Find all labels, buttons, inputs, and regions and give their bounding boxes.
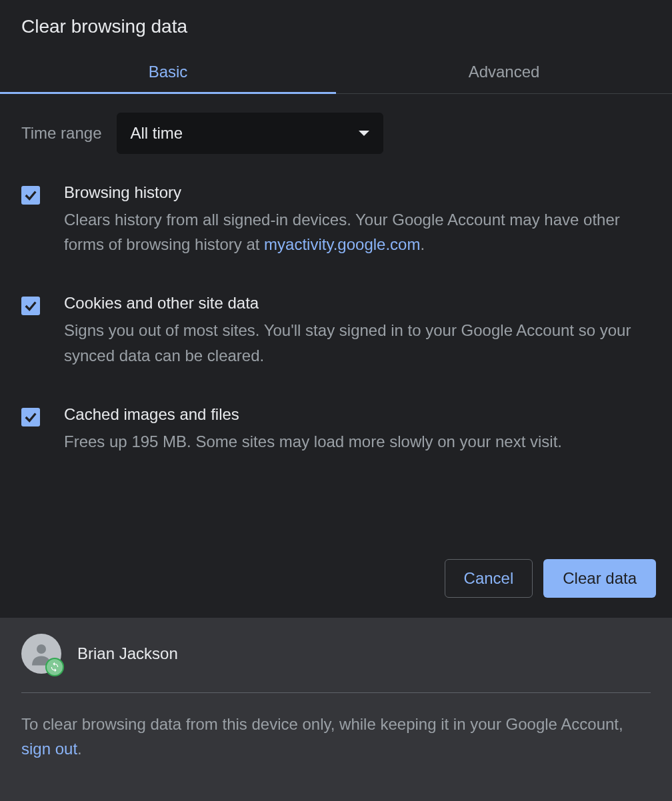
check-icon [23,299,38,313]
option-text: Browsing history Clears history from all… [64,183,651,257]
checkbox-cookies[interactable] [21,297,40,315]
time-range-label: Time range [21,124,102,143]
checkbox-browsing-history[interactable] [21,186,40,205]
check-icon [23,188,38,203]
tab-advanced[interactable]: Advanced [336,51,672,93]
sync-icon [49,662,60,672]
button-row: Cancel Clear data [0,559,672,618]
option-desc-history: Clears history from all signed-in device… [64,207,651,257]
option-title-cookies: Cookies and other site data [64,294,651,313]
sign-out-link[interactable]: sign out [21,740,77,758]
footer-text: To clear browsing data from this device … [21,712,651,761]
chevron-down-icon [359,131,369,136]
option-cookies: Cookies and other site data Signs you ou… [21,294,651,367]
avatar [21,634,61,674]
time-range-row: Time range All time [21,113,651,154]
sync-badge [45,658,64,676]
clear-browsing-data-dialog: Clear browsing data Basic Advanced Time … [0,0,672,801]
svg-point-0 [37,644,46,654]
cancel-button[interactable]: Cancel [445,559,533,598]
content-area: Time range All time Browsing history Cle… [0,94,672,559]
option-text: Cached images and files Frees up 195 MB.… [64,405,651,454]
time-range-select[interactable]: All time [117,113,383,154]
clear-data-button[interactable]: Clear data [543,559,656,598]
myactivity-link[interactable]: myactivity.google.com [264,235,420,253]
option-desc-cache: Frees up 195 MB. Some sites may load mor… [64,429,651,454]
time-range-value: All time [131,124,183,143]
option-desc-cookies: Signs you out of most sites. You'll stay… [64,318,651,367]
footer: Brian Jackson To clear browsing data fro… [0,618,672,801]
user-name: Brian Jackson [77,644,178,663]
option-cache: Cached images and files Frees up 195 MB.… [21,405,651,454]
option-browsing-history: Browsing history Clears history from all… [21,183,651,257]
option-text: Cookies and other site data Signs you ou… [64,294,651,367]
checkbox-cache[interactable] [21,408,40,426]
tabs: Basic Advanced [0,51,672,94]
user-row: Brian Jackson [21,634,651,693]
option-title-history: Browsing history [64,183,651,202]
tab-basic[interactable]: Basic [0,51,336,93]
option-title-cache: Cached images and files [64,405,651,424]
dialog-title: Clear browsing data [0,0,672,51]
check-icon [23,410,38,424]
